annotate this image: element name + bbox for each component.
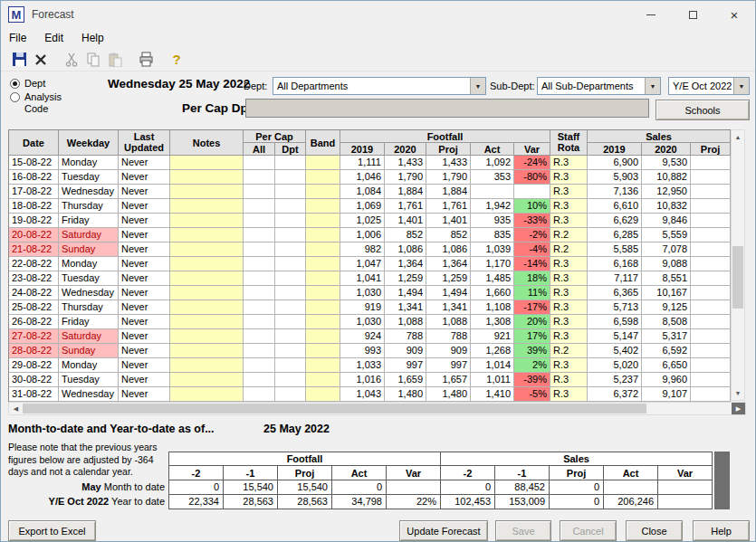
cell-notes[interactable]	[170, 214, 244, 228]
cell-weekday[interactable]: Thursday	[59, 300, 119, 315]
cell-date[interactable]: 16-08-22	[9, 170, 59, 185]
analysis-code-radio[interactable]: Analysis Code	[10, 91, 73, 114]
cell-footfall-2020[interactable]: 1,480	[385, 387, 426, 402]
cell-footfall-var[interactable]: 17%	[514, 329, 550, 344]
cell-footfall-proj[interactable]: 1,761	[426, 199, 471, 214]
cell-footfall-2019[interactable]: 1,043	[340, 387, 385, 402]
cell-footfall-2019[interactable]: 919	[340, 300, 385, 315]
cell-footfall-2019[interactable]: 1,016	[340, 373, 385, 387]
cell-footfall-act[interactable]: 353	[471, 170, 514, 185]
cell-staff-rota[interactable]: R.3	[550, 358, 588, 373]
cell-band[interactable]	[306, 373, 340, 387]
delete-icon[interactable]	[30, 50, 52, 69]
cell-date[interactable]: 18-08-22	[9, 199, 59, 214]
cell-footfall-var[interactable]: -24%	[514, 156, 550, 170]
cell-staff-rota[interactable]: R.3	[550, 300, 588, 315]
cell-footfall-2020[interactable]: 1,433	[385, 156, 426, 170]
cell-footfall-proj[interactable]: 852	[426, 228, 471, 242]
cell-last-updated[interactable]: Never	[119, 315, 170, 329]
dept-select[interactable]: All Departments ▼	[273, 77, 486, 95]
cell-band[interactable]	[306, 300, 340, 315]
cell-sales-proj[interactable]	[691, 199, 731, 214]
cell-staff-rota[interactable]: R.2	[550, 242, 588, 257]
cell-footfall-2020[interactable]: 1,884	[385, 185, 426, 199]
cell-weekday[interactable]: Tuesday	[59, 271, 119, 286]
cell-notes[interactable]	[170, 315, 244, 329]
horizontal-scroll-thumb[interactable]	[23, 404, 646, 414]
cell-weekday[interactable]: Monday	[59, 156, 119, 170]
menu-help[interactable]: Help	[81, 32, 104, 44]
print-icon[interactable]	[135, 50, 157, 69]
cell-weekday[interactable]: Thursday	[59, 199, 119, 214]
cell-footfall-var[interactable]: -4%	[514, 242, 550, 257]
cell-last-updated[interactable]: Never	[119, 214, 170, 228]
cell-sales-2019[interactable]: 6,610	[588, 199, 642, 214]
cell-date[interactable]: 28-08-22	[9, 344, 59, 358]
cell-date[interactable]: 27-08-22	[9, 329, 59, 344]
cell-notes[interactable]	[170, 373, 244, 387]
cell-percap-all[interactable]	[244, 387, 275, 402]
cell-footfall-proj[interactable]: 1,884	[426, 185, 471, 199]
cell-weekday[interactable]: Wednesday	[59, 185, 119, 199]
maximize-button[interactable]	[672, 1, 713, 28]
cell-notes[interactable]	[170, 199, 244, 214]
horizontal-scrollbar[interactable]: ◀ ▶	[8, 402, 746, 415]
chevron-down-icon[interactable]: ▼	[733, 78, 749, 94]
cell-footfall-2019[interactable]: 1,084	[340, 185, 385, 199]
cell-weekday[interactable]: Monday	[59, 257, 119, 271]
cell-band[interactable]	[306, 170, 340, 185]
cell-sales-proj[interactable]	[691, 271, 731, 286]
cell-staff-rota[interactable]: R.2	[550, 228, 588, 242]
cell-footfall-2020[interactable]: 788	[385, 329, 426, 344]
cell-percap-dpt[interactable]	[275, 199, 306, 214]
cell-notes[interactable]	[170, 170, 244, 185]
cell-weekday[interactable]: Sunday	[59, 242, 119, 257]
cell-footfall-2019[interactable]: 982	[340, 242, 385, 257]
cell-sales-2019[interactable]: 6,168	[588, 257, 642, 271]
cell-date[interactable]: 24-08-22	[9, 286, 59, 300]
cell-footfall-var[interactable]: -33%	[514, 214, 550, 228]
cell-staff-rota[interactable]: R.3	[550, 387, 588, 402]
horizontal-scroll-track[interactable]	[23, 403, 732, 414]
cell-last-updated[interactable]: Never	[119, 358, 170, 373]
cell-sales-2020[interactable]: 10,882	[642, 170, 691, 185]
help-button[interactable]: Help	[693, 520, 750, 541]
cell-weekday[interactable]: Tuesday	[59, 373, 119, 387]
cell-sales-2019[interactable]: 6,372	[588, 387, 642, 402]
cell-sales-proj[interactable]	[691, 257, 731, 271]
cell-footfall-proj[interactable]: 1,401	[426, 214, 471, 228]
cell-staff-rota[interactable]: R.3	[550, 315, 588, 329]
cell-footfall-2019[interactable]: 1,069	[340, 199, 385, 214]
cell-band[interactable]	[306, 228, 340, 242]
cell-sales-proj[interactable]	[691, 170, 731, 185]
cell-footfall-act[interactable]: 1,268	[471, 344, 514, 358]
cell-last-updated[interactable]: Never	[119, 228, 170, 242]
cell-footfall-2019[interactable]: 1,033	[340, 358, 385, 373]
cell-footfall-act[interactable]: 1,485	[471, 271, 514, 286]
cell-footfall-act[interactable]: 1,014	[471, 358, 514, 373]
cell-sales-2020[interactable]: 10,167	[642, 286, 691, 300]
scroll-left-icon[interactable]: ◀	[9, 403, 23, 414]
cell-percap-dpt[interactable]	[275, 300, 306, 315]
cell-footfall-act[interactable]: 1,308	[471, 315, 514, 329]
menu-file[interactable]: File	[9, 32, 26, 44]
cell-percap-all[interactable]	[244, 170, 275, 185]
cell-sales-proj[interactable]	[691, 214, 731, 228]
close-button[interactable]: Close	[626, 520, 683, 541]
vertical-scroll-thumb[interactable]	[732, 246, 743, 309]
subdept-select[interactable]: All Sub-Departments ▼	[537, 77, 661, 95]
cell-notes[interactable]	[170, 185, 244, 199]
scroll-down-icon[interactable]: ▼	[732, 386, 744, 400]
cell-footfall-act[interactable]: 835	[471, 228, 514, 242]
cell-footfall-var[interactable]: -17%	[514, 300, 550, 315]
cell-percap-dpt[interactable]	[275, 170, 306, 185]
cell-sales-2019[interactable]: 6,365	[588, 286, 642, 300]
cell-notes[interactable]	[170, 271, 244, 286]
cell-sales-2020[interactable]: 9,530	[642, 156, 691, 170]
cell-footfall-2019[interactable]: 993	[340, 344, 385, 358]
cell-date[interactable]: 29-08-22	[9, 358, 59, 373]
cell-footfall-2019[interactable]: 924	[340, 329, 385, 344]
cell-sales-2020[interactable]: 9,125	[642, 300, 691, 315]
cell-weekday[interactable]: Saturday	[59, 329, 119, 344]
cell-footfall-act[interactable]: 1,170	[471, 257, 514, 271]
